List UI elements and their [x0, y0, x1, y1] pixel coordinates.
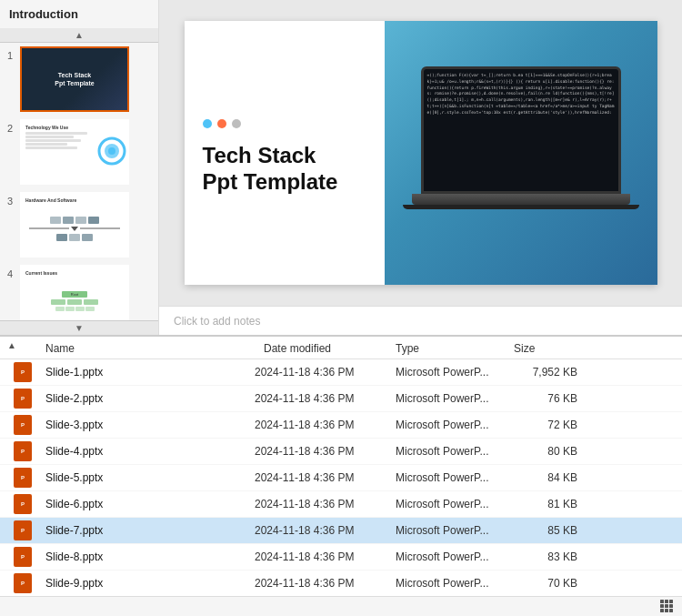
pptx-icon: P [14, 547, 32, 567]
file-name: Slide-9.pptx [45, 577, 255, 590]
slide-number-3: 3 [7, 192, 20, 207]
thumb3-title: Hardware And Software [25, 197, 124, 203]
laptop-screen: =();function F(e){var t=_[];return b.ea … [421, 66, 621, 194]
file-type: Microsoft PowerP... [396, 498, 514, 510]
file-date: 2024-11-18 4:36 PM [255, 419, 396, 431]
panel-title: Introduction [0, 0, 158, 28]
slide-number-4: 4 [7, 265, 20, 279]
bottom-statusbar [0, 596, 682, 616]
pptx-icon: P [14, 520, 32, 540]
slide-preview-2[interactable]: Technology We Use [20, 119, 129, 185]
pptx-icon: P [14, 362, 32, 382]
slide-thumbnails: 1 Tech StackPpt Template 2 Technology We… [0, 43, 158, 320]
svg-point-2 [108, 147, 115, 155]
file-size: 81 KB [514, 498, 587, 510]
file-type: Microsoft PowerP... [396, 366, 514, 379]
slide-preview-4[interactable]: Current Issues Root [20, 265, 129, 320]
file-type: Microsoft PowerP... [396, 550, 514, 563]
slide-thumb-1[interactable]: 1 Tech StackPpt Template [7, 46, 151, 112]
pptx-icon: P [14, 441, 32, 461]
bottom-panel: ▲ Name Date modified Type Size PSlide-1.… [0, 337, 682, 616]
laptop-graphic: =();function F(e){var t=_[];return b.ea … [403, 66, 639, 239]
file-size: 72 KB [514, 419, 587, 431]
file-date: 2024-11-18 4:36 PM [255, 577, 396, 590]
slide-thumb-4[interactable]: 4 Current Issues Root [7, 265, 151, 320]
dot-blue [203, 119, 212, 128]
file-row[interactable]: PSlide-3.pptx2024-11-18 4:36 PMMicrosoft… [0, 412, 682, 439]
thumb1-label: Tech StackPpt Template [55, 71, 94, 87]
dot-gray [232, 119, 241, 128]
file-list: PSlide-1.pptx2024-11-18 4:36 PMMicrosoft… [0, 359, 682, 596]
file-name: Slide-5.pptx [45, 471, 255, 484]
pptx-icon: P [14, 415, 32, 435]
file-date: 2024-11-18 4:36 PM [255, 471, 396, 484]
slide-right-content: =();function F(e){var t=_[];return b.ea … [385, 21, 657, 285]
thumb4-title: Current Issues [25, 270, 124, 276]
file-size: 70 KB [514, 577, 587, 590]
file-name: Slide-4.pptx [45, 445, 255, 458]
notes-placeholder: Click to add notes [174, 315, 260, 328]
pptx-icon: P [14, 389, 32, 409]
slide-left-content: Tech Stack Ppt Template [185, 21, 385, 285]
file-name: Slide-1.pptx [45, 366, 255, 379]
file-row[interactable]: PSlide-7.pptx2024-11-18 4:36 PMMicrosoft… [0, 518, 682, 544]
file-icon-col: P [0, 520, 45, 540]
file-type: Microsoft PowerP... [396, 392, 514, 405]
file-icon-col: P [0, 468, 45, 488]
file-name: Slide-2.pptx [45, 392, 255, 405]
file-size: 84 KB [514, 471, 587, 484]
file-row[interactable]: PSlide-6.pptx2024-11-18 4:36 PMMicrosoft… [0, 491, 682, 518]
slide-preview-1[interactable]: Tech StackPpt Template [20, 46, 129, 112]
file-icon-col: P [0, 389, 45, 409]
file-row[interactable]: PSlide-2.pptx2024-11-18 4:36 PMMicrosoft… [0, 386, 682, 412]
file-size: 80 KB [514, 445, 587, 458]
notes-bar[interactable]: Click to add notes [159, 306, 682, 335]
file-icon-col: P [0, 415, 45, 435]
file-row[interactable]: PSlide-5.pptx2024-11-18 4:36 PMMicrosoft… [0, 465, 682, 491]
col-size-header[interactable]: Size [514, 342, 587, 355]
file-name: Slide-7.pptx [45, 524, 255, 537]
pptx-icon: P [14, 573, 32, 593]
laptop-base [412, 194, 630, 205]
view-grid-icon[interactable] [660, 600, 675, 614]
file-date: 2024-11-18 4:36 PM [255, 524, 396, 537]
code-display: =();function F(e){var t=_[];return b.ea … [427, 73, 615, 116]
file-type: Microsoft PowerP... [396, 419, 514, 431]
file-icon-col: P [0, 494, 45, 514]
scroll-down-arrow[interactable]: ▼ [0, 320, 158, 335]
slide-number-1: 1 [7, 46, 20, 61]
file-type: Microsoft PowerP... [396, 524, 514, 537]
file-icon-col: P [0, 547, 45, 567]
file-size: 7,952 KB [514, 366, 587, 379]
file-date: 2024-11-18 4:36 PM [255, 550, 396, 563]
slide-display: Tech Stack Ppt Template =();function F(e… [185, 21, 657, 285]
slide-thumb-3[interactable]: 3 Hardware And Software [7, 192, 151, 258]
file-row[interactable]: PSlide-9.pptx2024-11-18 4:36 PMMicrosoft… [0, 571, 682, 596]
file-date: 2024-11-18 4:36 PM [255, 366, 396, 379]
file-row[interactable]: PSlide-1.pptx2024-11-18 4:36 PMMicrosoft… [0, 359, 682, 386]
main-preview: Tech Stack Ppt Template =();function F(e… [159, 0, 682, 335]
file-size: 76 KB [514, 392, 587, 405]
file-date: 2024-11-18 4:36 PM [255, 498, 396, 510]
slide-preview-3[interactable]: Hardware And Software [20, 192, 129, 258]
col-date-header[interactable]: Date modified [255, 342, 396, 355]
slide-number-2: 2 [7, 119, 20, 134]
file-icon-col: P [0, 362, 45, 382]
dot-orange [217, 119, 226, 128]
scroll-up-arrow[interactable]: ▲ [0, 28, 158, 43]
col-name-header[interactable]: Name [0, 342, 255, 355]
slide-main-title: Tech Stack Ppt Template [203, 143, 366, 196]
file-row[interactable]: PSlide-8.pptx2024-11-18 4:36 PMMicrosoft… [0, 544, 682, 571]
col-type-header[interactable]: Type [396, 342, 514, 355]
pptx-icon: P [14, 468, 32, 488]
file-type: Microsoft PowerP... [396, 445, 514, 458]
slide-thumb-2[interactable]: 2 Technology We Use [7, 119, 151, 185]
slide-panel: Introduction ▲ 1 Tech StackPpt Template … [0, 0, 159, 335]
pptx-icon: P [14, 494, 32, 514]
file-date: 2024-11-18 4:36 PM [255, 392, 396, 405]
file-name: Slide-8.pptx [45, 550, 255, 563]
sort-icon: ▲ [7, 340, 16, 350]
file-name: Slide-6.pptx [45, 498, 255, 510]
file-row[interactable]: PSlide-4.pptx2024-11-18 4:36 PMMicrosoft… [0, 439, 682, 465]
top-panel: Introduction ▲ 1 Tech StackPpt Template … [0, 0, 682, 337]
